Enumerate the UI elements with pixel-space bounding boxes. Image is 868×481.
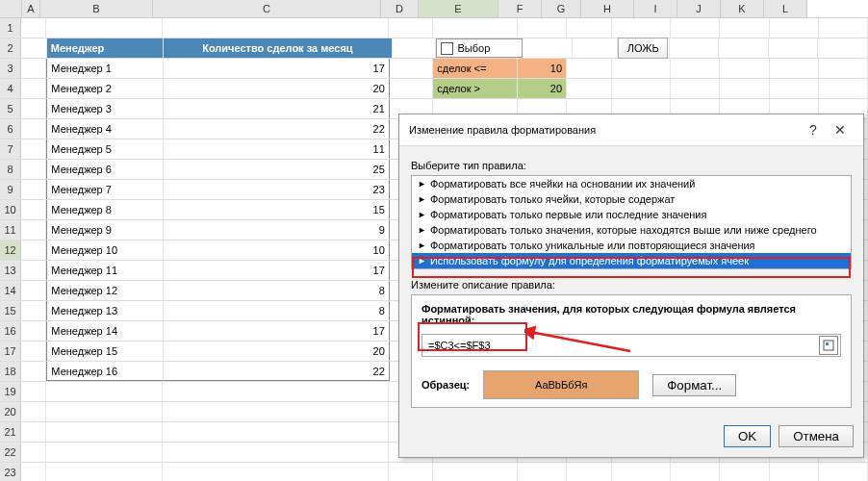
cell[interactable]: Менеджер 3 [46, 99, 163, 118]
checkbox-icon[interactable] [441, 42, 453, 55]
cell[interactable] [612, 59, 671, 78]
cell[interactable] [163, 443, 390, 462]
cell[interactable] [612, 79, 671, 98]
cell[interactable]: 10 [164, 240, 390, 260]
cell[interactable] [612, 18, 671, 38]
dialog-titlebar[interactable]: Изменение правила форматирования ? ✕ [399, 114, 863, 146]
cell[interactable]: Менеджер 4 [46, 119, 163, 139]
row-header[interactable]: 8 [0, 160, 21, 179]
row-header[interactable]: 4 [0, 79, 21, 98]
cell[interactable] [719, 38, 769, 58]
cell[interactable] [46, 382, 162, 401]
cell[interactable]: Менеджер 10 [46, 240, 163, 260]
cell[interactable]: 21 [164, 99, 390, 118]
cell[interactable] [819, 463, 868, 481]
row-header[interactable]: 21 [0, 422, 21, 442]
cell[interactable]: Менеджер 13 [46, 301, 163, 320]
col-header-f[interactable]: F [498, 0, 542, 17]
close-icon[interactable]: ✕ [827, 122, 854, 138]
cell[interactable] [390, 79, 433, 98]
cell[interactable] [21, 240, 46, 260]
cell[interactable] [389, 463, 432, 481]
cell[interactable] [612, 463, 671, 481]
cancel-button[interactable]: Отмена [779, 425, 854, 447]
cell[interactable] [46, 443, 162, 462]
cell[interactable]: Менеджер 5 [46, 139, 163, 159]
help-icon[interactable]: ? [800, 122, 827, 138]
col-header-e[interactable]: E [419, 0, 498, 17]
cell[interactable] [21, 180, 46, 199]
cell[interactable]: Менеджер 2 [46, 79, 163, 98]
cell[interactable]: Менеджер 6 [46, 160, 163, 179]
cell[interactable]: Менеджер 8 [46, 200, 163, 219]
cell[interactable] [770, 79, 819, 98]
row-header[interactable]: 14 [0, 281, 21, 300]
col-header-c[interactable]: C [153, 0, 381, 17]
cell[interactable]: сделок > [433, 79, 518, 98]
col-header-i[interactable]: I [634, 0, 677, 17]
cell[interactable]: 15 [164, 200, 390, 219]
cell[interactable]: 22 [164, 362, 390, 381]
cell[interactable] [21, 38, 46, 58]
cell[interactable] [819, 18, 868, 38]
cell[interactable] [567, 18, 612, 38]
row-header[interactable]: 13 [0, 261, 21, 280]
cell[interactable]: Менеджер 11 [46, 261, 163, 280]
col-header-g[interactable]: G [542, 0, 581, 17]
col-header-d[interactable]: D [381, 0, 419, 17]
row-header[interactable]: 16 [0, 321, 21, 341]
cell[interactable] [21, 321, 46, 341]
row-header[interactable]: 3 [0, 59, 21, 78]
row-header[interactable]: 17 [0, 342, 21, 361]
cell[interactable]: Выбор [436, 38, 522, 58]
row-header[interactable]: 23 [0, 463, 21, 481]
cell[interactable] [21, 362, 46, 381]
col-header-j[interactable]: J [677, 0, 721, 17]
col-header-l[interactable]: L [764, 0, 807, 17]
row-header[interactable]: 18 [0, 362, 21, 381]
cell[interactable] [21, 463, 46, 481]
cell[interactable] [21, 18, 46, 38]
cell[interactable] [21, 301, 46, 320]
cell[interactable] [163, 402, 390, 421]
cell[interactable] [46, 422, 162, 442]
col-header-k[interactable]: K [721, 0, 764, 17]
row-header[interactable]: 5 [0, 99, 21, 118]
cell[interactable] [671, 79, 720, 98]
cell[interactable] [21, 382, 46, 401]
cell[interactable] [671, 59, 720, 78]
rule-type-item[interactable]: ►Форматировать только ячейки, которые со… [412, 191, 851, 207]
cell[interactable] [518, 18, 567, 38]
cell[interactable] [433, 18, 518, 38]
cell[interactable] [46, 18, 162, 38]
cell[interactable]: 17 [164, 59, 390, 78]
cell[interactable] [390, 59, 433, 78]
rule-type-item[interactable]: ►Использовать формулу для определения фо… [412, 253, 851, 268]
cell[interactable] [163, 463, 390, 481]
col-header-h[interactable]: H [581, 0, 634, 17]
cell[interactable]: Менеджер 15 [46, 342, 163, 361]
cell[interactable] [819, 59, 868, 78]
cell[interactable]: 9 [164, 220, 390, 240]
rule-type-item[interactable]: ►Форматировать все ячейки на основании и… [412, 176, 851, 191]
formula-input[interactable] [422, 336, 819, 355]
cell[interactable] [819, 79, 868, 98]
cell[interactable] [567, 59, 612, 78]
cell[interactable] [818, 38, 868, 58]
cell[interactable] [21, 200, 46, 219]
cell[interactable] [21, 261, 46, 280]
cell[interactable]: 20 [164, 79, 390, 98]
cell[interactable] [770, 463, 819, 481]
cell[interactable]: ЛОЖЬ [618, 38, 669, 58]
row-header[interactable]: 6 [0, 119, 21, 139]
cell[interactable]: 17 [164, 321, 390, 341]
cell[interactable] [518, 463, 567, 481]
cell[interactable]: 20 [164, 342, 390, 361]
row-header[interactable]: 11 [0, 220, 21, 240]
cell[interactable]: Менеджер 9 [46, 220, 163, 240]
cell[interactable]: 8 [164, 301, 390, 320]
cell[interactable] [21, 443, 46, 462]
ok-button[interactable]: OK [724, 425, 771, 447]
select-all-corner[interactable] [0, 0, 22, 17]
cell[interactable] [671, 463, 720, 481]
